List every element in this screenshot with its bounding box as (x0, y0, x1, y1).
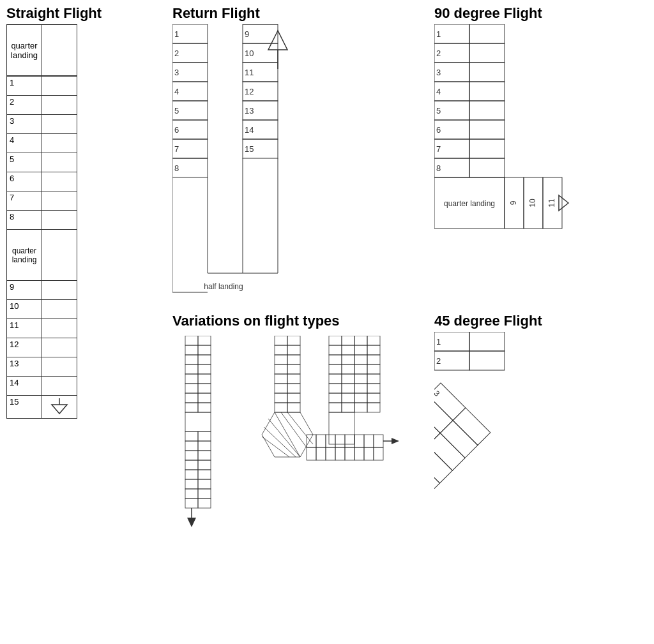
table-row: 11 (7, 319, 77, 338)
quarter-landing-label: quarter landing (7, 25, 42, 76)
svg-marker-109 (187, 518, 196, 527)
svg-rect-50 (469, 63, 505, 82)
table-row: 2 (7, 96, 77, 115)
svg-rect-97 (198, 451, 211, 460)
svg-text:7: 7 (436, 144, 441, 154)
svg-line-127 (275, 412, 300, 457)
straight-flight-section: Straight Flight quarter landing 12345678… (6, 5, 102, 419)
svg-marker-0 (52, 405, 67, 414)
svg-rect-154 (342, 345, 354, 355)
svg-rect-155 (329, 355, 342, 364)
svg-rect-194 (453, 408, 490, 446)
straight-flight-title: Straight Flight (6, 5, 102, 22)
return-flight-title: Return Flight (172, 5, 390, 22)
svg-rect-177 (367, 374, 380, 384)
svg-text:5: 5 (174, 106, 179, 116)
svg-rect-141 (345, 435, 354, 447)
svg-rect-188 (469, 332, 505, 351)
svg-rect-153 (329, 345, 342, 355)
svg-rect-90 (198, 403, 211, 412)
svg-text:10: 10 (245, 49, 254, 58)
svg-rect-176 (354, 374, 367, 384)
svg-rect-165 (329, 403, 342, 412)
svg-rect-84 (198, 374, 211, 384)
svg-rect-79 (185, 355, 198, 364)
svg-rect-134 (307, 447, 316, 460)
page-container: Straight Flight quarter landing 12345678… (0, 0, 654, 644)
variations-title: Variations on flight types (172, 313, 415, 329)
table-row: 8 (7, 211, 77, 230)
svg-line-130 (268, 419, 300, 457)
svg-rect-100 (185, 470, 198, 479)
svg-text:11: 11 (245, 68, 254, 77)
degree45-flight-drawing: 1 2 3 4 5 (434, 332, 626, 619)
svg-text:8: 8 (174, 163, 179, 173)
svg-rect-82 (198, 364, 211, 374)
svg-rect-181 (367, 393, 380, 403)
svg-text:8: 8 (436, 163, 441, 173)
svg-text:4: 4 (436, 87, 441, 96)
svg-rect-115 (287, 355, 300, 364)
svg-rect-200 (434, 433, 465, 470)
svg-rect-144 (354, 447, 364, 460)
svg-rect-146 (364, 447, 374, 460)
table-row: 14 (7, 377, 77, 396)
svg-rect-105 (198, 489, 211, 498)
svg-text:1: 1 (436, 29, 441, 39)
table-row: 12 (7, 338, 77, 357)
svg-rect-179 (367, 384, 380, 393)
svg-rect-107 (198, 498, 211, 508)
svg-rect-139 (335, 435, 345, 447)
svg-rect-151 (329, 336, 342, 345)
return-flight-drawing: 1 2 3 4 5 6 7 8 (172, 24, 390, 324)
svg-text:12: 12 (245, 87, 254, 96)
arrow-down-cell (42, 396, 77, 419)
svg-rect-104 (185, 489, 198, 498)
svg-rect-136 (316, 447, 326, 460)
svg-rect-156 (342, 355, 354, 364)
svg-rect-80 (198, 355, 211, 364)
svg-rect-77 (185, 345, 198, 355)
quarter-landing-right (42, 25, 77, 76)
svg-rect-161 (329, 384, 342, 393)
svg-rect-119 (287, 374, 300, 384)
svg-rect-137 (326, 435, 335, 447)
svg-rect-99 (198, 460, 211, 470)
svg-text:3: 3 (174, 68, 179, 77)
svg-text:6: 6 (436, 125, 441, 135)
return-flight-section: Return Flight 1 2 3 4 5 (172, 5, 390, 326)
svg-rect-148 (374, 447, 383, 460)
svg-text:3: 3 (436, 68, 441, 77)
svg-rect-183 (367, 403, 380, 412)
svg-rect-120 (275, 384, 287, 393)
svg-rect-182 (354, 403, 367, 412)
svg-rect-62 (469, 139, 505, 158)
svg-rect-106 (185, 498, 198, 508)
svg-rect-75 (185, 336, 198, 345)
svg-rect-125 (287, 403, 300, 412)
svg-rect-160 (342, 374, 354, 384)
svg-rect-112 (275, 345, 287, 355)
svg-rect-83 (185, 374, 198, 384)
svg-rect-164 (342, 393, 354, 403)
svg-rect-159 (329, 374, 342, 384)
degree90-flight-title: 90 degree Flight (434, 5, 613, 22)
svg-rect-166 (342, 403, 354, 412)
svg-rect-140 (335, 447, 345, 460)
quarter-landing-row: quarter landing (7, 25, 77, 76)
svg-text:5: 5 (436, 106, 441, 116)
svg-text:4: 4 (174, 87, 179, 96)
svg-rect-56 (469, 101, 505, 120)
svg-rect-95 (198, 441, 211, 451)
svg-rect-117 (287, 364, 300, 374)
svg-text:14: 14 (245, 125, 254, 135)
svg-rect-102 (185, 479, 198, 489)
variations-section: Variations on flight types (172, 313, 415, 580)
table-row: 4 (7, 134, 77, 153)
svg-rect-92 (185, 431, 198, 441)
svg-rect-135 (316, 435, 326, 447)
svg-rect-113 (287, 345, 300, 355)
svg-text:7: 7 (174, 144, 179, 154)
degree45-flight-title: 45 degree Flight (434, 313, 626, 329)
table-row: 9 (7, 281, 77, 300)
